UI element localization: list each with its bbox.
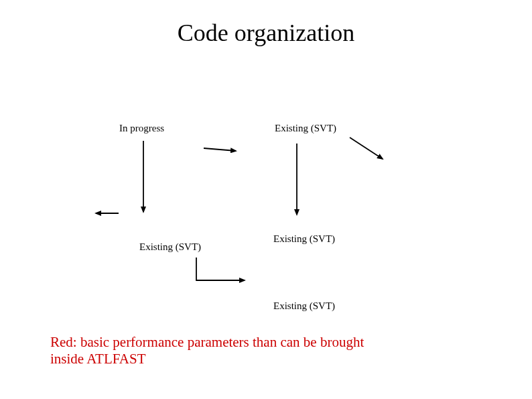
label-existing-svt-right: Existing (SVT) <box>273 233 335 245</box>
label-existing-svt-bottom: Existing (SVT) <box>273 300 335 312</box>
footer-note: Red: basic performance parameters than c… <box>50 334 385 367</box>
label-existing-svt-left: Existing (SVT) <box>139 241 201 253</box>
arrow-existing-top-diagonal <box>350 137 383 159</box>
label-in-progress: In progress <box>119 123 164 134</box>
label-existing-svt-top: Existing (SVT) <box>275 123 336 134</box>
arrow-in-progress-to-existing <box>204 148 236 151</box>
diagram-title: Code organization <box>0 19 532 47</box>
arrow-elbow-bottom <box>196 258 245 280</box>
